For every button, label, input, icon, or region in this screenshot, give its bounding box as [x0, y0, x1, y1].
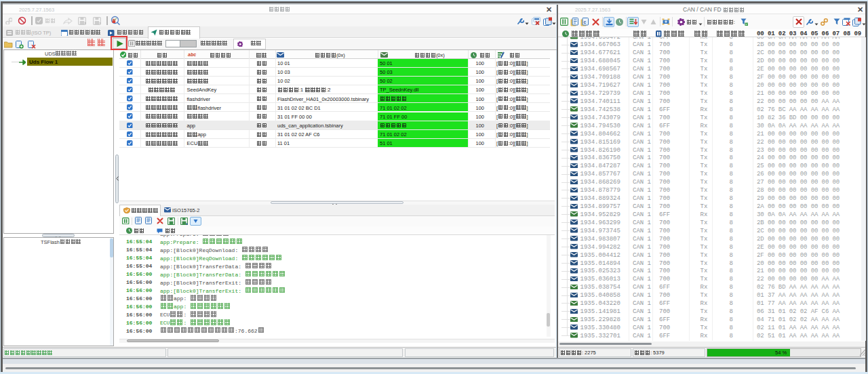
svg-text:c: c [584, 20, 587, 24]
